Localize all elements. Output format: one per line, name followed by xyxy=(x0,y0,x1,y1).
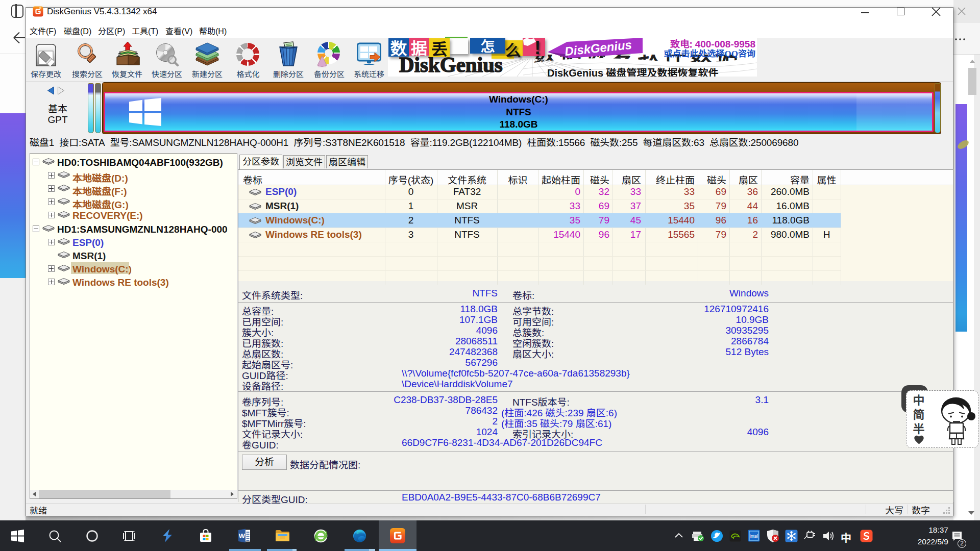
svg-text:W: W xyxy=(239,532,246,540)
svg-text:intel: intel xyxy=(750,534,758,539)
